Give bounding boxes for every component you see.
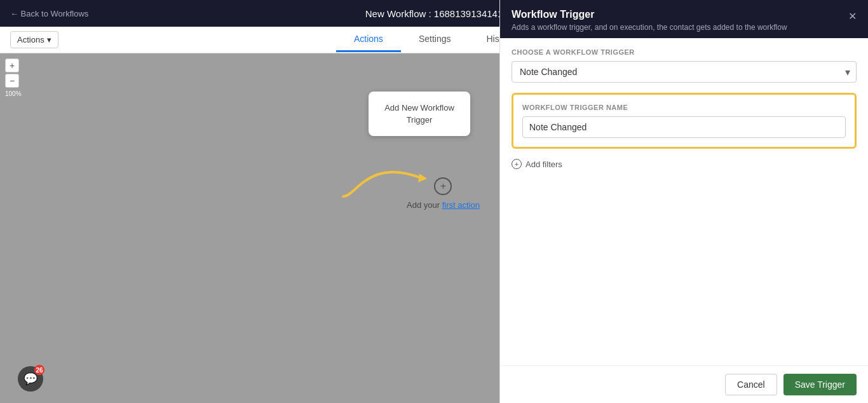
zoom-controls: + − 100% <box>5 58 22 97</box>
panel-title: Workflow Trigger <box>512 9 787 20</box>
chat-bubble[interactable]: 💬 26 <box>18 366 43 392</box>
chat-badge: 26 <box>34 365 44 375</box>
add-filters-icon: + <box>512 159 522 169</box>
first-action-link[interactable]: first action <box>442 200 480 210</box>
add-filters-label: Add filters <box>526 160 562 169</box>
actions-dropdown-icon: ▾ <box>47 35 51 44</box>
zoom-level: 100% <box>5 90 22 97</box>
trigger-name-section: WORKFLOW TRIGGER NAME <box>512 93 857 149</box>
panel-subtitle: Adds a workflow trigger, and on executio… <box>512 23 787 32</box>
tab-actions[interactable]: Actions <box>336 27 401 52</box>
trigger-select[interactable]: Note Changed Contact Created Tag Added A… <box>512 61 857 83</box>
trigger-name-label: WORKFLOW TRIGGER NAME <box>522 104 846 111</box>
save-trigger-button[interactable]: Save Trigger <box>783 374 857 395</box>
zoom-in-button[interactable]: + <box>5 58 19 72</box>
choose-trigger-label: CHOOSE A WORKFLOW TRIGGER <box>512 48 857 56</box>
trigger-card[interactable]: Add New Workflow Trigger <box>369 92 470 136</box>
trigger-select-wrapper: Note Changed Contact Created Tag Added A… <box>512 61 857 83</box>
zoom-out-button[interactable]: − <box>5 74 19 88</box>
actions-dropdown-button[interactable]: Actions ▾ <box>10 31 58 48</box>
actions-label: Actions <box>17 35 44 44</box>
back-link[interactable]: ← Back to Workflows <box>10 9 88 18</box>
panel-header: Workflow Trigger Adds a workflow trigger… <box>500 0 868 38</box>
panel-content: CHOOSE A WORKFLOW TRIGGER Note Changed C… <box>500 38 868 365</box>
chat-icon: 💬 <box>24 372 37 386</box>
add-filters-button[interactable]: + Add filters <box>512 159 857 169</box>
panel-footer: Cancel Save Trigger <box>500 365 868 403</box>
workflow-title: New Workflow : 1688139134141 <box>365 8 503 19</box>
panel-close-button[interactable]: ✕ <box>848 10 857 22</box>
cancel-button[interactable]: Cancel <box>725 374 777 395</box>
add-action-area[interactable]: + Add your first action <box>407 177 480 210</box>
panel-header-content: Workflow Trigger Adds a workflow trigger… <box>512 9 787 32</box>
trigger-name-input[interactable] <box>522 116 846 138</box>
add-action-text: Add your first action <box>407 200 480 210</box>
right-panel: Workflow Trigger Adds a workflow trigger… <box>499 0 868 403</box>
add-circle-icon: + <box>434 177 452 195</box>
trigger-card-text: Add New Workflow Trigger <box>384 103 454 125</box>
tab-settings[interactable]: Settings <box>401 27 469 52</box>
